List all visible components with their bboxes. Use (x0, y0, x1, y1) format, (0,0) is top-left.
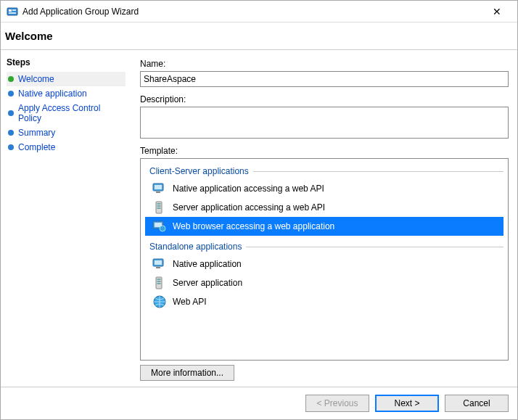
monitor-icon (152, 181, 167, 196)
step-link[interactable]: Native application (18, 88, 87, 99)
svg-rect-15 (155, 260, 162, 265)
svg-rect-6 (156, 192, 160, 193)
template-server-app-web-api[interactable]: Server application accessing a web API (145, 198, 503, 217)
steps-list: Welcome Native application Apply Access … (7, 72, 126, 155)
app-icon (7, 6, 18, 17)
step-link[interactable]: Complete (18, 142, 55, 152)
group-title-label: Client-Server applications (149, 166, 249, 176)
svg-rect-5 (155, 185, 162, 189)
svg-rect-19 (157, 281, 161, 282)
step-dot-icon (8, 91, 14, 96)
monitor-icon (152, 257, 167, 271)
server-icon (152, 200, 167, 215)
description-input[interactable] (140, 107, 509, 139)
step-dot-icon (8, 130, 14, 136)
template-label: Server application accessing a web API (173, 202, 325, 213)
group-divider (253, 171, 503, 172)
close-button[interactable]: ✕ (482, 6, 511, 17)
template-web-browser-web-app[interactable]: Web browser accessing a web application (145, 217, 503, 236)
template-group-client-server: Client-Server applications (149, 166, 503, 176)
template-group-standalone: Standalone applications (149, 242, 503, 252)
steps-heading: Steps (7, 57, 126, 67)
template-label: Server application (173, 278, 242, 288)
svg-rect-1 (9, 9, 12, 12)
template-server-application[interactable]: Server application (145, 273, 503, 292)
template-native-application[interactable]: Native application (145, 255, 503, 273)
steps-sidebar: Steps Welcome Native application Apply A… (1, 50, 131, 387)
globe-icon (152, 295, 167, 309)
template-label: Native application accessing a web API (173, 184, 324, 194)
template-native-app-web-api[interactable]: Native application accessing a web API (145, 179, 503, 198)
cancel-button[interactable]: Cancel (445, 395, 509, 412)
next-button[interactable]: Next > (375, 395, 439, 412)
previous-button: < Previous (305, 395, 369, 412)
description-label: Description: (140, 94, 509, 104)
window-title: Add Application Group Wizard (22, 7, 482, 17)
wizard-footer: < Previous Next > Cancel (1, 387, 517, 419)
step-summary[interactable]: Summary (7, 125, 126, 140)
svg-point-13 (160, 226, 165, 231)
svg-rect-16 (156, 267, 160, 268)
step-dot-icon (8, 144, 14, 150)
wizard-window: Add Application Group Wizard ✕ Welcome S… (0, 0, 518, 420)
wizard-body: Steps Welcome Native application Apply A… (1, 50, 517, 387)
step-apply-access-control-policy[interactable]: Apply Access Control Policy (7, 101, 126, 125)
page-header: Welcome (1, 22, 517, 50)
main-panel: Name: Description: Template: Client-Serv… (131, 50, 517, 387)
group-title-label: Standalone applications (149, 242, 242, 252)
step-link[interactable]: Welcome (18, 74, 54, 84)
svg-rect-20 (157, 283, 161, 284)
svg-rect-3 (9, 12, 16, 14)
template-label: Web browser accessing a web application (173, 221, 334, 231)
step-dot-icon (8, 110, 14, 116)
template-label: Native application (173, 259, 242, 269)
step-dot-icon (8, 76, 14, 82)
svg-rect-9 (157, 205, 161, 207)
browser-icon (152, 219, 167, 234)
template-list: Client-Server applications Native applic… (140, 158, 509, 361)
svg-rect-2 (12, 9, 16, 11)
group-divider (246, 247, 503, 247)
svg-rect-18 (157, 279, 161, 280)
step-link[interactable]: Apply Access Control Policy (18, 103, 124, 123)
name-label: Name: (140, 59, 509, 69)
server-icon (152, 276, 167, 290)
name-input[interactable] (140, 71, 509, 87)
template-web-api[interactable]: Web API (145, 292, 503, 311)
step-welcome[interactable]: Welcome (7, 72, 126, 86)
template-label: Web API (173, 297, 206, 307)
more-information-button[interactable]: More information... (140, 365, 234, 381)
titlebar: Add Application Group Wizard ✕ (1, 1, 517, 22)
svg-rect-8 (157, 203, 161, 205)
step-complete[interactable]: Complete (7, 140, 126, 155)
step-link[interactable]: Summary (18, 128, 55, 138)
template-label: Template: (140, 146, 509, 156)
step-native-application[interactable]: Native application (7, 86, 126, 101)
svg-rect-10 (157, 207, 161, 209)
